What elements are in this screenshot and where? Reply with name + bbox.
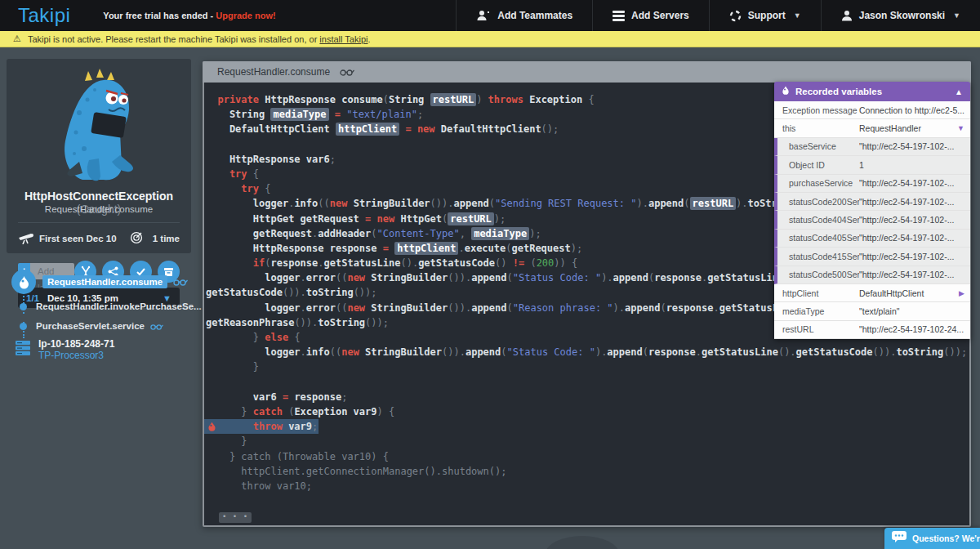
variable-value: "http://ec2-54-197-102-... [859,233,970,243]
code-token: logger [206,272,301,283]
glasses-icon[interactable] [150,319,163,333]
variable-label: statusCode415Serv... [777,252,859,261]
code-token: StringBuilder [347,198,430,209]
code-token: if [206,257,265,269]
code-token: String [206,109,270,120]
code-token: ()); [354,287,377,298]
stack-frame[interactable]: RequestHandler.invokePurchaseSe... [20,299,220,314]
stack-frame-selected[interactable]: RequestHandler.consume [11,270,188,294]
code-token: ). [601,272,612,283]
code-line: var6 = response; [206,390,969,404]
code-token: ( [507,302,513,314]
variable-value: "http://ec2-54-197-102-... [859,270,970,279]
chevron-up-icon[interactable]: ▲ [955,87,963,96]
variable-row[interactable]: httpClientDefaultHttpClient▶ [774,284,970,302]
code-token: HttpResponse consume [259,94,383,105]
add-teammates-button[interactable]: Add Teammates [456,0,592,31]
code-token: { [288,332,300,343]
code-token: HttpGet getRequest [206,213,359,225]
code-token: DefaultHttpClient [206,123,336,135]
code-token: (). [778,346,796,358]
variable-chip[interactable]: httpClient [394,242,458,255]
code-token: ; [330,154,336,165]
bottom-handle[interactable] [546,536,619,549]
code-token: ); [571,243,582,254]
support-menu[interactable]: Support ▼ [709,0,821,31]
code-token: getReasonPhrase [206,317,294,328]
variable-label: baseService [777,141,859,151]
code-line: logger.info((new StringBuilder()).append… [206,345,969,359]
code-token: catch [253,406,283,417]
stack-frame-label: RequestHandler.invokePurchaseSe... [36,301,202,311]
code-line: } [206,359,969,374]
code-token: private [206,94,259,105]
code-ellipsis-badge[interactable]: • • • [219,512,252,523]
code-token: append [466,346,501,358]
code-token: getRequest [206,228,312,239]
code-token: getRequest [512,243,571,254]
code-token: info [306,346,330,358]
code-token: ). [613,302,625,314]
variable-label: httpClient [774,288,859,298]
stack-dot-icon [20,323,27,330]
code-token: (( [318,198,329,209]
code-token: "Reason phrase: " [513,302,613,314]
code-token: "Status Code: " [513,272,601,283]
variable-value: 1 [859,160,970,170]
code-token: logger [206,346,301,358]
code-token: . [301,302,306,314]
variable-chip[interactable]: httpClient [336,123,399,136]
flame-icon [782,84,790,99]
code-token: getStatusLine [324,257,401,269]
variable-label: statusCode404Serv... [777,215,859,225]
variable-value: "text/plain" [859,306,970,316]
install-takipi-link[interactable]: install Takipi [319,34,368,44]
lifebuoy-icon [729,10,742,22]
code-token: "Status Code: " [507,346,595,358]
first-seen-label: First seen Dec 10 [39,234,117,243]
times-label: 1 time [153,234,180,243]
exception-line: throw var9; [206,419,969,434]
stack-frame[interactable]: PurchaseServlet.service [20,319,163,333]
code-token: throw var10; [206,480,312,492]
takipi-logo[interactable]: Takipi [0,4,88,27]
glasses-icon[interactable] [340,65,354,79]
expand-arrow-icon[interactable]: ▶ [959,289,970,297]
code-token: ( [501,346,506,358]
code-token: ()). [873,346,897,358]
code-token: (( [330,346,341,358]
code-token: error [306,272,336,283]
variable-row[interactable]: thisRequestHandler▼ [774,119,970,137]
code-token: response [666,302,714,314]
chat-button[interactable]: Questions? We're online [884,528,980,549]
collapse-arrow-icon[interactable]: ▼ [957,124,970,132]
variable-value: "http://ec2-54-197-102-24... [859,324,970,334]
code-token: try [206,183,259,194]
recorded-variables-title: Recorded variables [795,87,949,96]
recorded-variables-panel: Recorded variables ▲ Exception messageCo… [774,82,970,339]
chevron-down-icon: ▼ [794,11,801,20]
server-entry[interactable]: lp-10-185-248-71 TP-Processor3 [15,338,114,362]
code-token: = [277,391,288,403]
code-token: httpClient.getConnectionManager().shutdo… [206,466,506,477]
recorded-variables-header[interactable]: Recorded variables ▲ [774,82,970,101]
variable-chip[interactable]: restURL [430,93,477,106]
variable-chip[interactable]: restURL [448,212,494,225]
glasses-icon[interactable] [173,274,188,289]
variable-chip[interactable]: mediaType [471,227,529,240]
code-token: append [454,198,489,209]
add-servers-button[interactable]: Add Servers [592,0,709,31]
code-token: (( [336,302,347,314]
code-token: = new [359,213,394,225]
add-teammates-label: Add Teammates [497,10,572,21]
code-token: var6 [206,391,277,403]
code-line: } [206,434,969,449]
variable-chip[interactable]: restURL [690,197,737,210]
code-line: httpClient.getConnectionManager().shutdo… [206,464,969,479]
code-token: append [648,198,684,209]
variable-chip[interactable]: mediaType [270,108,328,121]
upgrade-now-link[interactable]: Upgrade now! [216,11,275,20]
variable-label: statusCode500Serv... [777,270,859,279]
code-token: } [206,361,259,373]
user-menu[interactable]: Jason Skowronski ▼ [821,0,980,31]
